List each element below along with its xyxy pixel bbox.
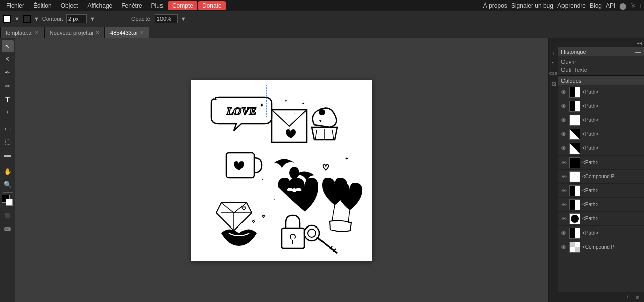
link-signaler[interactable]: Signaler un bug xyxy=(511,2,553,9)
layer-eye-2[interactable]: 👁 xyxy=(560,117,567,123)
opacity-label: Opacité: xyxy=(131,16,152,22)
layer-row[interactable]: 👁 <Path> xyxy=(558,141,644,156)
layer-eye-8[interactable]: 👁 xyxy=(560,202,567,208)
pen-tool[interactable]: ✒ xyxy=(2,66,14,79)
tab-close-nouveau[interactable]: ✕ xyxy=(95,30,99,35)
svg-rect-40 xyxy=(570,115,580,125)
layers-footer: + 🗑 xyxy=(558,292,644,302)
select-tool[interactable]: ↖ xyxy=(2,40,14,52)
stroke-box[interactable] xyxy=(23,15,31,23)
link-apprendre[interactable]: Apprendre xyxy=(557,2,586,9)
opacity-arrow[interactable]: ▼ xyxy=(181,16,186,22)
rect-tool[interactable]: ▭ xyxy=(2,122,14,134)
menu-fichier[interactable]: Fichier xyxy=(2,1,28,10)
layer-row[interactable]: 👁 <Compound Pi xyxy=(558,170,644,184)
artboard-tool[interactable]: ⬚ xyxy=(2,135,14,147)
layer-row[interactable]: 👁 <Path> xyxy=(558,198,644,212)
link-apropos[interactable]: À propos xyxy=(483,2,507,9)
layers-header[interactable]: Calques xyxy=(558,76,644,85)
svg-point-10 xyxy=(319,109,325,115)
layer-eye-3[interactable]: 👁 xyxy=(560,131,567,137)
hand-tool[interactable]: ✋ xyxy=(2,165,14,177)
menu-bar: Fichier Édition Object Affichage Fenêtre… xyxy=(0,0,644,11)
menu-fenetre[interactable]: Fenêtre xyxy=(117,1,146,10)
text-panel-icon[interactable]: T xyxy=(549,49,557,57)
menu-compte[interactable]: Compte xyxy=(168,1,197,10)
opacity-input[interactable] xyxy=(155,14,178,23)
image-panel-icon[interactable]: 🖼 xyxy=(549,80,557,88)
contour-arrow[interactable]: ▼ xyxy=(90,16,95,22)
menu-edition[interactable]: Édition xyxy=(29,1,56,10)
toolbar: ▼ ▼ Contour: ▼ Opacité: ▼ xyxy=(0,11,644,26)
text-tool[interactable]: T xyxy=(2,93,14,105)
svg-rect-45 xyxy=(570,158,580,168)
shape-arrow[interactable]: ▼ xyxy=(14,16,20,22)
facebook-icon[interactable]: f xyxy=(640,2,642,10)
layer-eye-11[interactable]: 👁 xyxy=(560,244,567,250)
stroke-fill-box[interactable] xyxy=(3,15,11,23)
shape-arrow2[interactable]: ▼ xyxy=(34,16,39,22)
layer-eye-4[interactable]: 👁 xyxy=(560,145,567,152)
layer-thumb-4 xyxy=(569,143,580,154)
layer-row[interactable]: 👁 <Compound Pi xyxy=(558,240,644,254)
tab-nouveau-projet[interactable]: Nouveau projet.ai ✕ xyxy=(44,27,105,38)
svg-rect-36 xyxy=(570,87,575,97)
tab-template[interactable]: template.ai ✕ xyxy=(0,27,44,38)
twitter-icon[interactable]: 𝕏 xyxy=(631,2,636,10)
layer-eye-0[interactable]: 👁 xyxy=(560,89,567,95)
menu-object[interactable]: Object xyxy=(57,1,83,10)
layer-eye-10[interactable]: 👁 xyxy=(560,230,567,236)
right-menu: À propos Signaler un bug Apprendre Blog … xyxy=(483,2,642,10)
layer-eye-6[interactable]: 👁 xyxy=(560,174,567,180)
line-tool[interactable]: / xyxy=(2,106,14,118)
tab-close-4854433[interactable]: ✕ xyxy=(140,30,144,35)
menu-affichage[interactable]: Affichage xyxy=(83,1,116,10)
menu-plus[interactable]: Plus xyxy=(147,1,167,10)
link-api[interactable]: API xyxy=(606,2,615,9)
panel-main: Historique — Ouvrir Outil Texte Calques xyxy=(558,47,644,302)
svg-line-7 xyxy=(315,130,317,140)
canvas-area[interactable]: LOVE ✦ ✦ • ✦ • xyxy=(15,38,548,302)
layer-eye-7[interactable]: 👁 xyxy=(560,188,567,194)
layer-eye-5[interactable]: 👁 xyxy=(560,160,567,166)
add-layer-btn[interactable]: + xyxy=(624,293,632,301)
color-swatches[interactable] xyxy=(2,195,14,207)
history-collapse-icon[interactable]: — xyxy=(635,49,641,55)
delete-layer-btn[interactable]: 🗑 xyxy=(634,293,642,301)
history-header[interactable]: Historique — xyxy=(558,47,644,56)
svg-text:♥: ♥ xyxy=(319,119,322,123)
direct-select-tool[interactable]: ↖̃ xyxy=(2,53,14,65)
pencil-tool[interactable]: ✏ xyxy=(2,80,14,92)
layer-row[interactable]: 👁 <Path> xyxy=(558,113,644,127)
collapse-panel-btn[interactable]: ◂◂ xyxy=(637,40,642,46)
tab-4854433[interactable]: 4854433.ai ✕ xyxy=(105,27,149,38)
layer-row[interactable]: 👁 <Path> xyxy=(558,212,644,226)
layer-row[interactable]: 👁 <Path> xyxy=(558,99,644,113)
extra-tool-1[interactable]: ⬛ xyxy=(2,210,14,222)
svg-text:♡: ♡ xyxy=(252,219,255,224)
layer-name-0: <Path> xyxy=(582,89,642,95)
link-blog[interactable]: Blog xyxy=(590,2,602,9)
background-swatch[interactable] xyxy=(6,199,13,206)
history-item-outil-texte[interactable]: Outil Texte xyxy=(561,66,641,74)
fill-tool[interactable]: ▬ xyxy=(2,148,14,161)
css-panel-icon[interactable]: CSS xyxy=(549,69,557,78)
svg-rect-50 xyxy=(575,200,580,210)
reddit-icon[interactable]: ⬤ xyxy=(619,2,627,10)
tab-close-template[interactable]: ✕ xyxy=(35,30,39,35)
svg-point-14 xyxy=(292,188,296,192)
history-item-ouvrir[interactable]: Ouvrir xyxy=(561,58,641,66)
layer-row[interactable]: 👁 <Path> xyxy=(558,127,644,141)
layer-row[interactable]: 👁 <Path> xyxy=(558,85,644,99)
zoom-tool[interactable]: 🔍 xyxy=(2,178,14,190)
layer-row[interactable]: 👁 <Path> xyxy=(558,184,644,198)
para-panel-icon[interactable]: ¶ xyxy=(549,59,557,67)
layer-eye-9[interactable]: 👁 xyxy=(560,216,567,222)
svg-rect-54 xyxy=(575,228,580,238)
menu-donate[interactable]: Donate xyxy=(198,1,226,10)
layer-eye-1[interactable]: 👁 xyxy=(560,103,567,109)
keyboard-icon[interactable]: ⌨ xyxy=(2,223,14,235)
contour-input[interactable] xyxy=(66,14,87,23)
layer-row[interactable]: 👁 <Path> xyxy=(558,226,644,240)
layer-row[interactable]: 👁 <Path> xyxy=(558,156,644,170)
